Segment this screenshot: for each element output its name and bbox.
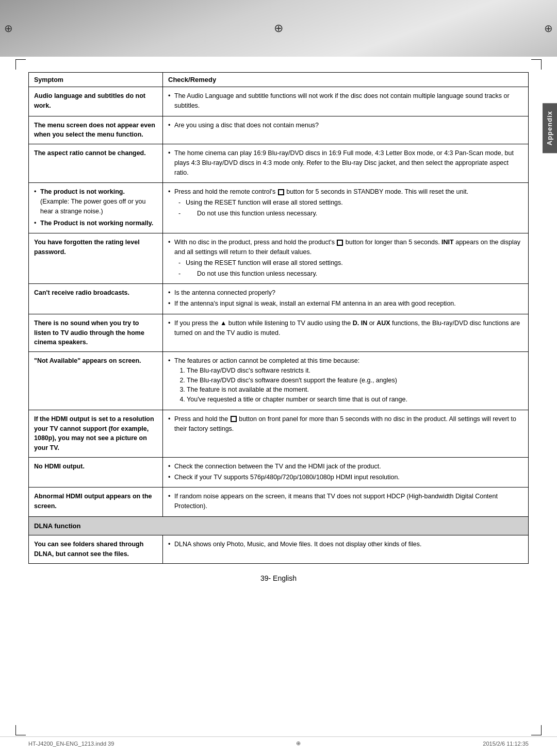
symptom-cell: Can't receive radio broadcasts.: [29, 284, 163, 314]
remedy-cell: With no disc in the product, press and h…: [163, 233, 529, 284]
table-row: Abnormal HDMI output appears on the scre…: [29, 488, 529, 517]
sub-item: Do not use this function unless necessar…: [178, 209, 523, 219]
standby-icon: [231, 416, 237, 422]
symptom-item: The product is not working.(Example: The…: [34, 187, 157, 216]
remedy-item: The Audio Language and subtitle function…: [168, 91, 523, 111]
remedy-cell: DLNA shows only Photo, Music, and Movie …: [163, 535, 529, 564]
remedy-cell: Is the antenna connected properly? If th…: [163, 284, 529, 314]
sub-item: Using the RESET function will erase all …: [178, 198, 523, 208]
table-row: You have forgotten the rating level pass…: [29, 233, 529, 284]
section-header-cell: DLNA function: [29, 516, 529, 535]
remedy-cell: Press and hold the button on front panel…: [163, 410, 529, 457]
standby-icon: [278, 189, 284, 195]
corner-mark-br: [531, 725, 542, 735]
symptom-cell: "Not Available" appears on screen.: [29, 352, 163, 410]
sub-item: Do not use this function unless necessar…: [178, 269, 523, 279]
left-compass-icon: ⊕: [4, 22, 13, 35]
symptom-cell: Abnormal HDMI output appears on the scre…: [29, 488, 163, 517]
corner-mark-bl: [15, 725, 26, 735]
symptom-item: The Product is not working normally.: [34, 219, 157, 228]
remedy-item: Check the connection between the TV and …: [168, 462, 523, 472]
footer-right: 2015/2/6 11:12:35: [483, 741, 529, 747]
symptom-cell: The menu screen does not appear even whe…: [29, 116, 163, 144]
page-number-area: 39- English: [28, 574, 529, 582]
remedy-cell: Press and hold the remote control's butt…: [163, 183, 529, 233]
right-compass-icon: ⊕: [544, 22, 553, 35]
remedy-item: If you press the ▲ button while listenin…: [168, 318, 523, 338]
remedy-item: DLNA shows only Photo, Music, and Movie …: [168, 540, 523, 549]
table-row: Can't receive radio broadcasts. Is the a…: [29, 284, 529, 314]
table-row: If the HDMI output is set to a resolutio…: [29, 410, 529, 457]
symptom-cell: The aspect ratio cannot be changed.: [29, 144, 163, 183]
footer-compass: ⊕: [296, 740, 301, 747]
remedy-header: Check/Remedy: [163, 73, 529, 87]
remedy-item: Press and hold the button on front panel…: [168, 414, 523, 434]
remedy-cell: The features or action cannot be complet…: [163, 352, 529, 410]
standby-icon: [337, 240, 343, 246]
remedy-item: If the antenna's input signal is weak, i…: [168, 299, 523, 309]
page-number: 39: [260, 574, 269, 582]
remedy-item: Are you using a disc that does not conta…: [168, 121, 523, 130]
troubleshooting-table: Symptom Check/Remedy Audio language and …: [28, 72, 529, 564]
remedy-item: Press and hold the remote control's butt…: [168, 187, 523, 218]
remedy-item: If random noise appears on the screen, i…: [168, 492, 523, 511]
symptom-cell: The product is not working.(Example: The…: [29, 183, 163, 233]
footer-left: HT-J4200_EN-ENG_1213.indd 39: [28, 741, 114, 747]
remedy-cell: If you press the ▲ button while listenin…: [163, 314, 529, 351]
main-content: Symptom Check/Remedy Audio language and …: [0, 57, 557, 613]
table-row: "Not Available" appears on screen. The f…: [29, 352, 529, 410]
remedy-cell: The home cinema can play 16:9 Blu-ray/DV…: [163, 144, 529, 183]
remedy-cell: If random noise appears on the screen, i…: [163, 488, 529, 517]
symptom-cell: If the HDMI output is set to a resolutio…: [29, 410, 163, 457]
remedy-item: Is the antenna connected properly?: [168, 288, 523, 298]
symptom-cell: Audio language and subtitles do not work…: [29, 87, 163, 116]
sub-item: Using the RESET function will erase all …: [178, 258, 523, 268]
symptom-cell: There is no sound when you try to listen…: [29, 314, 163, 351]
table-row: The product is not working.(Example: The…: [29, 183, 529, 233]
remedy-item: The features or action cannot be complet…: [168, 356, 523, 405]
footer: HT-J4200_EN-ENG_1213.indd 39 ⊕ 2015/2/6 …: [0, 736, 557, 747]
remedy-item: The home cinema can play 16:9 Blu-ray/DV…: [168, 148, 523, 177]
remedy-cell: The Audio Language and subtitle function…: [163, 87, 529, 116]
page-suffix: - English: [269, 574, 297, 582]
remedy-item: Check if your TV supports 576p/480p/720p…: [168, 473, 523, 482]
table-row: There is no sound when you try to listen…: [29, 314, 529, 351]
table-row: You can see folders shared through DLNA,…: [29, 535, 529, 564]
symptom-cell: No HDMI output.: [29, 457, 163, 488]
remedy-item: With no disc in the product, press and h…: [168, 238, 523, 278]
decorative-header: ⊕ ⊕ ⊕: [0, 0, 557, 57]
table-row: The aspect ratio cannot be changed. The …: [29, 144, 529, 183]
compass-icon: ⊕: [274, 22, 283, 35]
table-row: No HDMI output. Check the connection bet…: [29, 457, 529, 488]
table-row-section: DLNA function: [29, 516, 529, 535]
symptom-cell: You have forgotten the rating level pass…: [29, 233, 163, 284]
symptom-header: Symptom: [29, 73, 163, 87]
remedy-cell: Check the connection between the TV and …: [163, 457, 529, 488]
table-row: The menu screen does not appear even whe…: [29, 116, 529, 144]
symptom-cell: You can see folders shared through DLNA,…: [29, 535, 163, 564]
remedy-cell: Are you using a disc that does not conta…: [163, 116, 529, 144]
table-row: Audio language and subtitles do not work…: [29, 87, 529, 116]
